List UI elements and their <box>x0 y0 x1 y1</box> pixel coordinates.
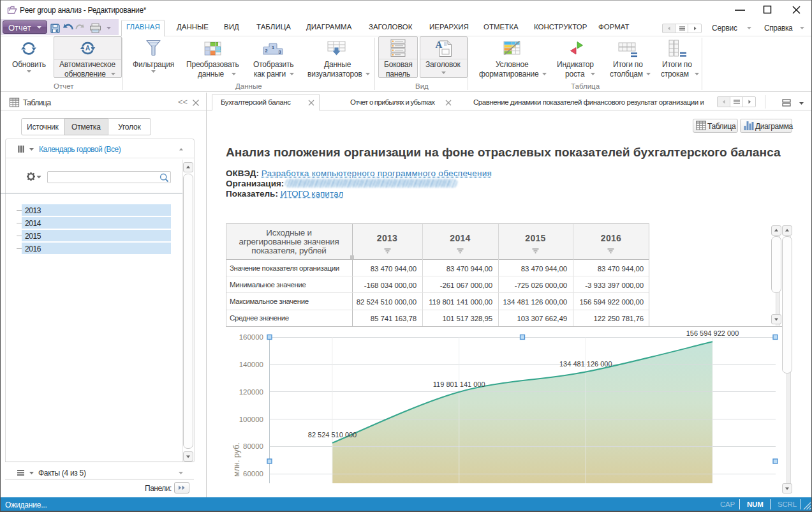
svg-text:2: 2 <box>265 48 268 54</box>
svg-text:млн. руб.: млн. руб. <box>232 442 241 477</box>
svg-text:120000: 120000 <box>239 388 263 396</box>
svg-text:82 524 510 000: 82 524 510 000 <box>308 431 357 439</box>
svg-text:134 481 126 000: 134 481 126 000 <box>559 360 612 368</box>
svg-text:A: A <box>85 44 91 52</box>
svg-text:100000: 100000 <box>239 416 263 423</box>
svg-text:A: A <box>436 40 443 50</box>
svg-text:60000: 60000 <box>243 470 263 478</box>
svg-text:1: 1 <box>272 45 275 50</box>
svg-text:80000: 80000 <box>243 442 263 450</box>
svg-text:156 594 922 000: 156 594 922 000 <box>686 329 739 337</box>
svg-text:119 801 141 000: 119 801 141 000 <box>433 380 485 388</box>
svg-text:3: 3 <box>278 49 281 55</box>
svg-text:160000: 160000 <box>239 333 263 341</box>
svg-text:140000: 140000 <box>239 361 263 368</box>
